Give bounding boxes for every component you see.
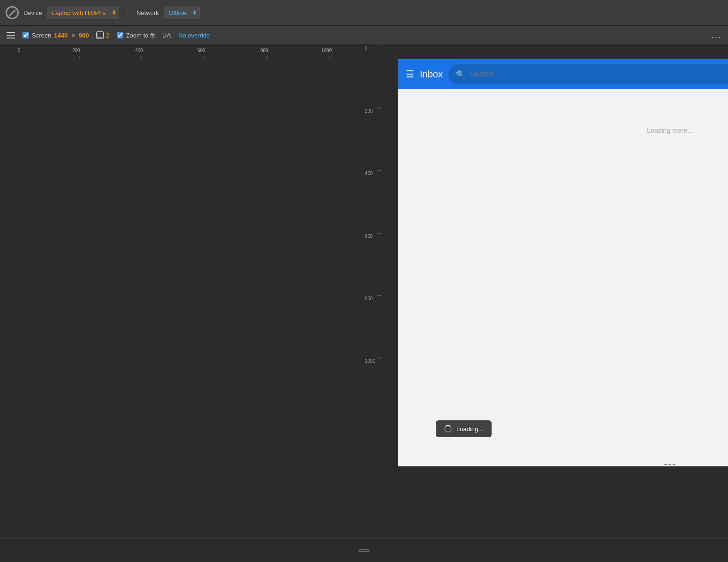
svg-text:0: 0 <box>365 46 368 51</box>
screen-checkbox[interactable] <box>23 32 29 38</box>
zoom-checkbox[interactable] <box>117 32 123 38</box>
svg-text:0: 0 <box>18 48 21 53</box>
network-label: Network <box>136 9 159 16</box>
svg-text:1000: 1000 <box>321 48 332 53</box>
network-select-btn[interactable]: Offline <box>164 7 200 19</box>
svg-text:1000: 1000 <box>365 358 376 364</box>
device-select-wrapper[interactable]: Laptop with HiDPI s ⬍ <box>47 7 119 19</box>
screenshot-icon <box>96 31 104 39</box>
screen-label: Screen <box>32 32 51 39</box>
svg-rect-0 <box>17 46 364 59</box>
ruler-corner <box>0 46 17 59</box>
viewport: ☰ Inbox 🔍 ⬤ ⋮⋮⋮ 🔔 <box>398 59 728 467</box>
resize-handle-bottom[interactable] <box>660 463 679 466</box>
toolbar-left: Device Laptop with HiDPI s ⬍ Network Off… <box>6 6 722 20</box>
screenshot-count: 2 <box>106 32 109 39</box>
canvas-area: ☰ Inbox 🔍 ⬤ ⋮⋮⋮ 🔔 <box>381 46 728 539</box>
screen-width: 1440 <box>54 32 68 39</box>
svg-rect-17 <box>364 46 381 539</box>
gmail-body: Loading more... <box>398 89 728 134</box>
gmail-title: Inbox <box>420 69 443 80</box>
zoom-checkbox-item: Zoom to fit <box>117 32 155 39</box>
more-button[interactable]: ... <box>712 30 721 40</box>
gmail-search-icon: 🔍 <box>456 70 465 79</box>
hamburger-icon[interactable] <box>7 32 15 38</box>
svg-text:800: 800 <box>365 296 373 301</box>
toolbar-row1: Device Laptop with HiDPI s ⬍ Network Off… <box>0 0 728 26</box>
loading-toast: Loading... <box>436 420 492 437</box>
gmail-menu-icon[interactable]: ☰ <box>406 68 414 80</box>
network-select-wrapper[interactable]: Offline ⬍ <box>164 7 200 19</box>
toast-spinner <box>444 425 452 433</box>
ruler-v-svg: 0 200 400 600 800 1000 <box>364 46 381 539</box>
screenshot-icon-wrap[interactable]: 2 <box>96 31 109 39</box>
ruler-h-svg: 0 200 400 600 800 1000 1200 1400 <box>17 46 364 59</box>
svg-text:200: 200 <box>365 108 373 114</box>
ruler-vertical: 0 200 400 600 800 1000 <box>364 46 381 539</box>
screen-checkbox-item: Screen 1440 × 900 <box>23 32 89 39</box>
gmail-header: ☰ Inbox 🔍 ⬤ ⋮⋮⋮ 🔔 <box>398 59 728 89</box>
svg-text:600: 600 <box>197 48 205 53</box>
device-label: Device <box>23 9 42 16</box>
ruler-horizontal: 0 200 400 600 800 1000 1200 1400 <box>17 46 364 59</box>
bottom-handle[interactable] <box>358 549 370 552</box>
ua-value[interactable]: No override <box>178 32 210 39</box>
svg-text:200: 200 <box>72 48 80 53</box>
loading-more-text: Loading more... <box>647 127 692 134</box>
divider <box>128 6 128 20</box>
main-area: 0 200 400 600 800 1000 1200 1400 0 200 <box>0 46 728 539</box>
screen-height: 900 <box>79 32 89 39</box>
loading-toast-text: Loading... <box>456 425 483 433</box>
screen-x: × <box>71 32 75 39</box>
svg-text:800: 800 <box>260 48 268 53</box>
gmail-search-bar[interactable]: 🔍 <box>448 64 728 84</box>
svg-text:400: 400 <box>365 171 373 176</box>
zoom-label: Zoom to fit <box>126 32 155 39</box>
no-entry-icon <box>6 6 19 19</box>
gmail-search-input[interactable] <box>470 70 728 78</box>
toolbar-row2: Screen 1440 × 900 2 Zoom to fit UA No ov… <box>0 26 728 46</box>
ua-label: UA <box>162 32 171 39</box>
svg-text:600: 600 <box>365 234 373 239</box>
svg-text:400: 400 <box>135 48 143 53</box>
device-select-btn[interactable]: Laptop with HiDPI s <box>47 7 119 19</box>
bottom-bar <box>0 539 728 562</box>
